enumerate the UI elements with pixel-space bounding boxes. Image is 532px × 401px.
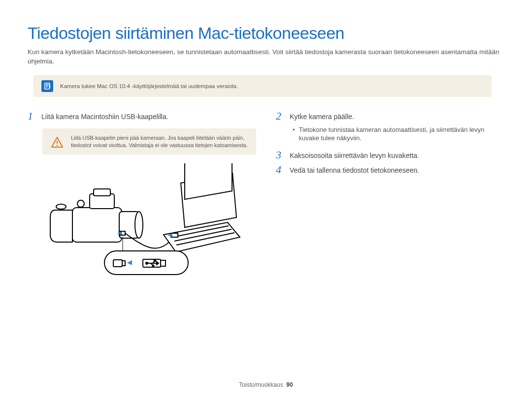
step-3: 3 Kaksoisosoita siirrettävän levyn kuvak… (276, 150, 504, 160)
step-text: Vedä tai tallenna tiedostot tietokoneese… (290, 164, 419, 175)
intro-paragraph: Kun kamera kytketään Macintosh-tietokone… (28, 48, 504, 66)
step-1: 1 Liitä kamera Macintoshiin USB-kaapelil… (28, 111, 256, 122)
svg-point-10 (135, 212, 143, 238)
step-number: 1 (28, 111, 36, 122)
step-2-bullet: • Tietokone tunnistaa kameran automaatti… (293, 125, 504, 143)
left-column: 1 Liitä kamera Macintoshiin USB-kaapelil… (28, 111, 256, 279)
svg-rect-20 (113, 260, 122, 267)
svg-rect-8 (94, 189, 110, 196)
bullet-text: Tietokone tunnistaa kameran automaattise… (299, 125, 504, 143)
warning-text: Liitä USB-kaapelin pieni pää kameraan. J… (71, 134, 248, 149)
svg-point-5 (57, 145, 58, 146)
step-number: 4 (276, 164, 285, 175)
info-note-text: Kamera tukee Mac OS 10.4 -käyttöjärjeste… (60, 83, 238, 89)
svg-rect-6 (72, 208, 122, 242)
bullet-dot: • (293, 125, 295, 143)
svg-rect-26 (154, 260, 156, 261)
step-number: 2 (276, 111, 285, 122)
info-note-box: Kamera tukee Mac OS 10.4 -käyttöjärjeste… (33, 75, 492, 97)
warning-icon (50, 136, 64, 148)
note-icon (41, 80, 53, 92)
step-4: 4 Vedä tai tallenna tiedostot tietokonee… (276, 164, 504, 175)
footer-section: Toisto/muokkaus (239, 381, 283, 388)
svg-rect-21 (122, 261, 125, 266)
svg-point-11 (56, 204, 66, 209)
step-number: 3 (276, 150, 285, 160)
step-text: Kytke kamera päälle. (290, 111, 354, 122)
usb-connection-illustration (45, 163, 256, 278)
svg-point-12 (77, 200, 84, 207)
svg-point-27 (153, 265, 154, 267)
right-column: 2 Kytke kamera päälle. • Tietokone tunni… (276, 111, 504, 279)
page-title: Tiedostojen siirtäminen Mac-tietokoneese… (28, 24, 504, 43)
step-2: 2 Kytke kamera päälle. (276, 111, 504, 122)
step-text: Liitä kamera Macintoshiin USB-kaapelilla… (41, 111, 168, 122)
page-footer: Toisto/muokkaus 90 (0, 381, 532, 388)
warning-box: Liitä USB-kaapelin pieni pää kameraan. J… (42, 128, 256, 155)
step-text: Kaksoisosoita siirrettävän levyn kuvaket… (290, 150, 419, 160)
svg-rect-23 (161, 260, 166, 266)
footer-page-number: 90 (286, 381, 293, 388)
